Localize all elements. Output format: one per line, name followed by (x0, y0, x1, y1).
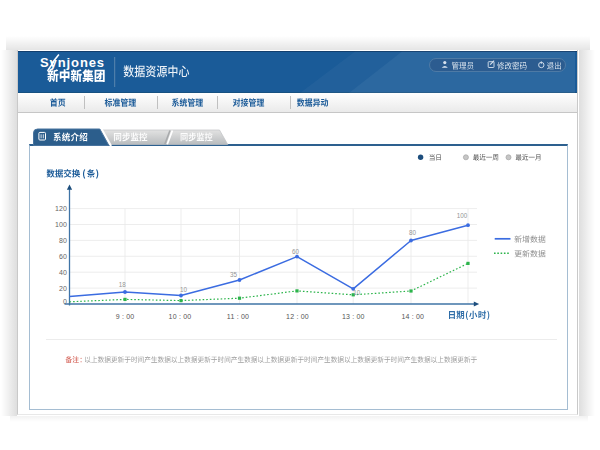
svg-text:35: 35 (230, 271, 238, 278)
svg-text:11 : 00: 11 : 00 (227, 313, 249, 320)
svg-text:120: 120 (55, 205, 67, 212)
svg-text:13 : 00: 13 : 00 (342, 313, 365, 320)
svg-text:40: 40 (59, 269, 67, 276)
svg-text:18: 18 (119, 281, 127, 288)
svg-text:12 : 00: 12 : 00 (286, 313, 309, 320)
svg-text:0: 0 (63, 298, 67, 305)
svg-text:10: 10 (180, 286, 188, 293)
svg-text:100: 100 (457, 212, 468, 219)
svg-text:14 : 00: 14 : 00 (401, 313, 424, 320)
svg-text:10 : 00: 10 : 00 (169, 313, 192, 320)
svg-text:80: 80 (59, 237, 67, 244)
svg-text:20: 20 (59, 285, 67, 292)
svg-text:100: 100 (55, 221, 67, 228)
svg-text:80: 80 (409, 229, 417, 236)
svg-text:60: 60 (59, 253, 67, 260)
svg-text:10: 10 (353, 289, 361, 296)
svg-text:60: 60 (292, 248, 300, 255)
svg-text:9 : 00: 9 : 00 (116, 313, 135, 320)
